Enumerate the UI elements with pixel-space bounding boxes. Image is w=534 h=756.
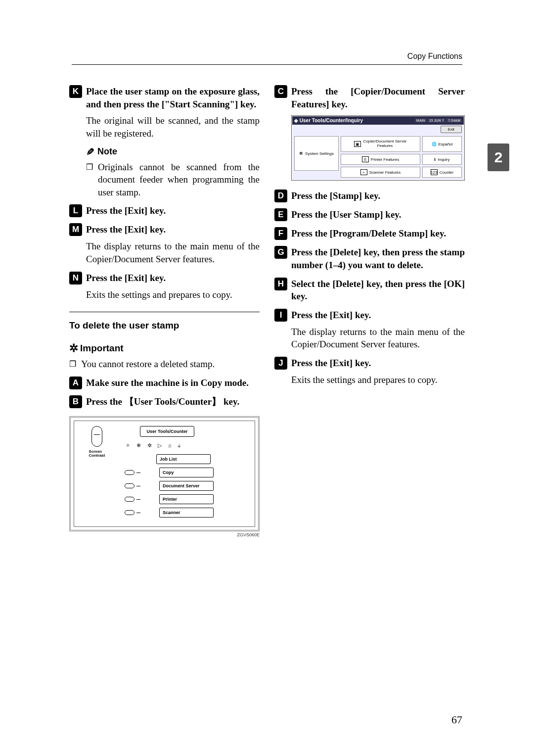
printer-icon: ⎙: [362, 156, 369, 162]
label: Printer Features: [371, 157, 399, 162]
printer-features-button[interactable]: ⎙ Printer Features: [341, 154, 420, 165]
section-rule: [69, 312, 260, 312]
bullet-icon: ❒: [86, 161, 98, 173]
counter-icon: 123: [431, 169, 438, 175]
step-number-icon: L: [69, 204, 82, 217]
step-3: C Press the [Copier/Document Server Feat…: [274, 85, 465, 110]
panel-icon-row: ✧ ❄ ✲ ▷ ⌂ ⏚: [126, 442, 214, 449]
chapter-tab: 2: [488, 143, 509, 171]
step-13: M Press the [Exit] key.: [69, 223, 260, 236]
touchscreen-mid-col: ▣ Copier/Document ServerFeatures ⎙ Print…: [341, 136, 420, 178]
step-1: A Make sure the machine is in Copy mode.: [69, 377, 260, 389]
label: Copier/Document ServerFeatures: [363, 140, 406, 148]
globe-icon: 🌐: [432, 142, 437, 146]
step-number-icon: F: [274, 227, 287, 240]
step-14: N Press the [Exit] key.: [69, 272, 260, 284]
control-panel-mid: User Tools/Counter ✧ ❄ ✲ ▷ ⌂ ⏚ Job List …: [121, 426, 214, 518]
step-13-body: The display returns to the main menu of …: [86, 240, 260, 265]
header-rule: [72, 64, 462, 65]
counter-button[interactable]: 123 Counter: [422, 167, 462, 178]
bar-tab: ?:24AM: [446, 118, 462, 123]
printer-button[interactable]: Printer: [159, 494, 214, 504]
scanner-button[interactable]: Scanner: [159, 508, 214, 518]
step-13-text: Press the [Exit] key.: [86, 223, 260, 236]
step-6: F Press the [Program/Delete Stamp] key.: [274, 227, 465, 240]
right-column: C Press the [Copier/Document Server Feat…: [274, 79, 465, 537]
important-label: Important: [80, 343, 124, 354]
step-6-text: Press the [Program/Delete Stamp] key.: [291, 227, 465, 240]
step-2: B Press the 【User Tools/Counter】 key.: [69, 395, 260, 408]
system-settings-label: System Settings: [305, 151, 334, 156]
touchscreen-right-col: 🌐 Español ℹ Inquiry 123 Counter: [422, 136, 462, 178]
system-settings-button[interactable]: 🛠 System Settings: [294, 136, 339, 171]
bar-tab: MAIN: [415, 118, 427, 123]
header-section-title: Copy Functions: [407, 52, 462, 61]
step-number-icon: C: [274, 85, 287, 98]
step-number-icon: J: [274, 357, 287, 370]
step-4: D Press the [Stamp] key.: [274, 189, 465, 202]
step-11-body: The original will be scanned, and the st…: [86, 114, 260, 140]
step-number-icon: E: [274, 208, 287, 221]
copier-doc-server-features-button[interactable]: ▣ Copier/Document ServerFeatures: [341, 136, 420, 152]
important-bullet: ❒ You cannot restore a deleted stamp.: [69, 358, 260, 371]
control-panel-left: ScreenContrast: [79, 426, 115, 518]
language-button[interactable]: 🌐 Español: [422, 136, 462, 152]
touchscreen-title: User Tools/Counter/Inquiry: [300, 118, 415, 123]
tools-icon: 🛠: [299, 151, 303, 156]
step-number-icon: I: [274, 309, 287, 322]
important-heading: Important: [69, 342, 260, 355]
touchscreen-body: 🛠 System Settings ▣ Copier/Document Serv…: [292, 134, 464, 180]
document-server-button[interactable]: Document Server: [159, 481, 214, 491]
step-3-text: Press the [Copier/Document Server Featur…: [291, 85, 465, 110]
step-9-body: The display returns to the main menu of …: [291, 326, 465, 351]
step-number-icon: A: [69, 377, 82, 389]
pencil-icon: ✎: [86, 146, 94, 158]
touchscreen-titlebar: ◈ User Tools/Counter/Inquiry MAIN 15 JUN…: [292, 116, 464, 125]
user-tools-counter-button[interactable]: User Tools/Counter: [140, 426, 194, 437]
note-bullet: ❒ Originals cannot be scanned from the d…: [86, 161, 260, 199]
step-number-icon: G: [274, 246, 287, 259]
control-panel-right-gap: [220, 426, 250, 518]
gear-icon: [69, 342, 78, 355]
note-bullet-text: Originals cannot be scanned from the doc…: [98, 161, 260, 199]
figure-code: ZGVS060E: [69, 532, 260, 537]
step-7: G Press the [Delete] key, then press the…: [274, 246, 465, 271]
important-list: ❒ You cannot restore a deleted stamp.: [69, 358, 260, 371]
bar-tab: 15 JUN ?: [428, 118, 445, 123]
touchscreen-exit-row: Exit: [292, 125, 464, 134]
important-bullet-text: You cannot restore a deleted stamp.: [81, 358, 260, 371]
step-1-text: Make sure the machine is in Copy mode.: [86, 377, 260, 389]
inquiry-button[interactable]: ℹ Inquiry: [422, 154, 462, 165]
label: Counter: [440, 170, 453, 175]
two-column-layout: K Place the user stamp on the exposure g…: [69, 79, 465, 537]
step-10: J Press the [Exit] key.: [274, 357, 465, 370]
step-11-text: Place the user stamp on the exposure gla…: [86, 85, 260, 110]
note-list: ❒ Originals cannot be scanned from the d…: [86, 161, 260, 199]
job-list-button[interactable]: Job List: [156, 454, 211, 464]
bullet-icon: ❒: [69, 358, 81, 370]
step-2-text: Press the 【User Tools/Counter】 key.: [86, 395, 260, 408]
touchscreen-bar-right: MAIN 15 JUN ? ?:24AM: [415, 118, 462, 123]
note-label: Note: [97, 146, 117, 157]
label: Inquiry: [438, 157, 449, 162]
touchscreen-figure: ◈ User Tools/Counter/Inquiry MAIN 15 JUN…: [291, 115, 465, 181]
page-number: 67: [451, 713, 462, 726]
step-8-text: Select the [Delete] key, then press the …: [291, 278, 465, 303]
copier-icon: ▣: [354, 141, 361, 147]
scanner-features-button[interactable]: ⌁ Scanner Features: [341, 167, 420, 178]
hw-button-icon: [125, 497, 134, 502]
contrast-dial-icon: [91, 426, 102, 447]
diamond-icon: ◈: [294, 118, 300, 123]
step-number-icon: D: [274, 189, 287, 202]
step-9: I Press the [Exit] key.: [274, 309, 465, 322]
step-14-body: Exits the settings and prepares to copy.: [86, 288, 260, 301]
copy-button[interactable]: Copy: [159, 468, 214, 477]
hw-button-icon: [125, 470, 134, 475]
label: Español: [439, 142, 453, 146]
step-number-icon: M: [69, 223, 82, 236]
step-5: E Press the [User Stamp] key.: [274, 208, 465, 221]
exit-button[interactable]: Exit: [441, 126, 462, 133]
step-number-icon: K: [69, 85, 82, 98]
delete-section-heading: To delete the user stamp: [69, 320, 260, 331]
control-panel-figure: ScreenContrast User Tools/Counter ✧ ❄ ✲ …: [69, 416, 260, 531]
